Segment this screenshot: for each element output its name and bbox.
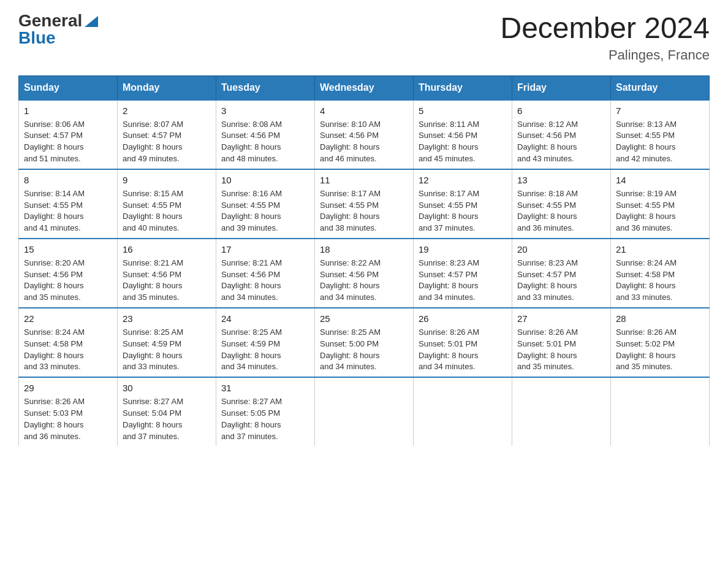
day-cell-27: 27Sunrise: 8:26 AM Sunset: 5:01 PM Dayli…	[512, 308, 611, 377]
day-number: 14	[616, 174, 704, 187]
day-number: 21	[616, 243, 704, 256]
day-info: Sunrise: 8:23 AM Sunset: 4:57 PM Dayligh…	[419, 258, 479, 302]
day-number: 11	[320, 174, 408, 187]
day-cell-15: 15Sunrise: 8:20 AM Sunset: 4:56 PM Dayli…	[19, 239, 118, 308]
day-cell-16: 16Sunrise: 8:21 AM Sunset: 4:56 PM Dayli…	[118, 239, 216, 308]
day-header-sunday: Sunday	[19, 75, 118, 100]
day-cell-19: 19Sunrise: 8:23 AM Sunset: 4:57 PM Dayli…	[414, 239, 512, 308]
day-info: Sunrise: 8:20 AM Sunset: 4:56 PM Dayligh…	[24, 258, 85, 302]
day-info: Sunrise: 8:25 AM Sunset: 4:59 PM Dayligh…	[221, 327, 282, 372]
day-number: 1	[24, 104, 112, 118]
day-info: Sunrise: 8:27 AM Sunset: 5:04 PM Dayligh…	[123, 397, 183, 441]
day-number: 22	[24, 312, 112, 326]
day-header-friday: Friday	[512, 75, 611, 100]
day-info: Sunrise: 8:08 AM Sunset: 4:56 PM Dayligh…	[221, 120, 282, 164]
day-info: Sunrise: 8:26 AM Sunset: 5:03 PM Dayligh…	[24, 397, 85, 441]
day-number: 29	[24, 381, 112, 395]
day-number: 25	[320, 312, 408, 326]
day-cell-3: 3Sunrise: 8:08 AM Sunset: 4:56 PM Daylig…	[216, 100, 315, 169]
day-info: Sunrise: 8:14 AM Sunset: 4:55 PM Dayligh…	[24, 189, 85, 233]
day-number: 15	[24, 243, 112, 256]
day-cell-2: 2Sunrise: 8:07 AM Sunset: 4:57 PM Daylig…	[118, 100, 216, 169]
empty-cell	[611, 377, 710, 446]
day-number: 2	[123, 104, 211, 118]
day-cell-6: 6Sunrise: 8:12 AM Sunset: 4:56 PM Daylig…	[512, 100, 611, 169]
day-number: 28	[616, 312, 704, 326]
day-header-saturday: Saturday	[611, 75, 710, 100]
day-number: 10	[221, 174, 309, 187]
day-info: Sunrise: 8:22 AM Sunset: 4:56 PM Dayligh…	[320, 258, 381, 302]
svg-marker-0	[85, 16, 98, 27]
day-info: Sunrise: 8:25 AM Sunset: 4:59 PM Dayligh…	[123, 327, 183, 372]
day-info: Sunrise: 8:11 AM Sunset: 4:56 PM Dayligh…	[419, 120, 479, 164]
day-header-monday: Monday	[118, 75, 216, 100]
day-cell-17: 17Sunrise: 8:21 AM Sunset: 4:56 PM Dayli…	[216, 239, 315, 308]
day-cell-11: 11Sunrise: 8:17 AM Sunset: 4:55 PM Dayli…	[315, 169, 414, 239]
day-cell-10: 10Sunrise: 8:16 AM Sunset: 4:55 PM Dayli…	[216, 169, 315, 239]
day-info: Sunrise: 8:10 AM Sunset: 4:56 PM Dayligh…	[320, 120, 381, 164]
day-info: Sunrise: 8:21 AM Sunset: 4:56 PM Dayligh…	[221, 258, 282, 302]
day-cell-7: 7Sunrise: 8:13 AM Sunset: 4:55 PM Daylig…	[611, 100, 710, 169]
page-header: General Blue December 2024 Palinges, Fra…	[18, 12, 710, 63]
empty-cell	[315, 377, 414, 446]
calendar-table: SundayMondayTuesdayWednesdayThursdayFrid…	[18, 75, 710, 446]
day-info: Sunrise: 8:07 AM Sunset: 4:57 PM Dayligh…	[123, 120, 183, 164]
day-number: 30	[123, 381, 211, 395]
day-cell-13: 13Sunrise: 8:18 AM Sunset: 4:55 PM Dayli…	[512, 169, 611, 239]
day-number: 17	[221, 243, 309, 256]
week-row-4: 22Sunrise: 8:24 AM Sunset: 4:58 PM Dayli…	[19, 308, 710, 377]
day-number: 23	[123, 312, 211, 326]
day-number: 19	[419, 243, 507, 256]
week-row-5: 29Sunrise: 8:26 AM Sunset: 5:03 PM Dayli…	[19, 377, 710, 446]
day-info: Sunrise: 8:21 AM Sunset: 4:56 PM Dayligh…	[123, 258, 183, 302]
day-info: Sunrise: 8:24 AM Sunset: 4:58 PM Dayligh…	[24, 327, 85, 372]
day-info: Sunrise: 8:26 AM Sunset: 5:01 PM Dayligh…	[517, 327, 578, 372]
day-cell-29: 29Sunrise: 8:26 AM Sunset: 5:03 PM Dayli…	[19, 377, 118, 446]
empty-cell	[414, 377, 512, 446]
day-cell-21: 21Sunrise: 8:24 AM Sunset: 4:58 PM Dayli…	[611, 239, 710, 308]
day-info: Sunrise: 8:06 AM Sunset: 4:57 PM Dayligh…	[24, 120, 85, 164]
title-section: December 2024 Palinges, France	[500, 12, 710, 63]
day-cell-8: 8Sunrise: 8:14 AM Sunset: 4:55 PM Daylig…	[19, 169, 118, 239]
day-cell-25: 25Sunrise: 8:25 AM Sunset: 5:00 PM Dayli…	[315, 308, 414, 377]
day-info: Sunrise: 8:24 AM Sunset: 4:58 PM Dayligh…	[616, 258, 677, 302]
logo-general: General	[18, 12, 82, 29]
day-number: 9	[123, 174, 211, 187]
day-header-wednesday: Wednesday	[315, 75, 414, 100]
day-info: Sunrise: 8:17 AM Sunset: 4:55 PM Dayligh…	[419, 189, 479, 233]
logo: General Blue	[18, 12, 98, 47]
calendar-header: SundayMondayTuesdayWednesdayThursdayFrid…	[19, 75, 710, 100]
day-number: 4	[320, 104, 408, 118]
day-cell-22: 22Sunrise: 8:24 AM Sunset: 4:58 PM Dayli…	[19, 308, 118, 377]
day-cell-4: 4Sunrise: 8:10 AM Sunset: 4:56 PM Daylig…	[315, 100, 414, 169]
day-number: 6	[517, 104, 605, 118]
day-cell-12: 12Sunrise: 8:17 AM Sunset: 4:55 PM Dayli…	[414, 169, 512, 239]
day-cell-5: 5Sunrise: 8:11 AM Sunset: 4:56 PM Daylig…	[414, 100, 512, 169]
day-header-tuesday: Tuesday	[216, 75, 315, 100]
day-info: Sunrise: 8:19 AM Sunset: 4:55 PM Dayligh…	[616, 189, 677, 233]
month-title: December 2024	[500, 12, 710, 45]
day-number: 24	[221, 312, 309, 326]
day-header-thursday: Thursday	[414, 75, 512, 100]
day-number: 12	[419, 174, 507, 187]
day-cell-20: 20Sunrise: 8:23 AM Sunset: 4:57 PM Dayli…	[512, 239, 611, 308]
day-info: Sunrise: 8:18 AM Sunset: 4:55 PM Dayligh…	[517, 189, 578, 233]
empty-cell	[512, 377, 611, 446]
week-row-2: 8Sunrise: 8:14 AM Sunset: 4:55 PM Daylig…	[19, 169, 710, 239]
day-info: Sunrise: 8:12 AM Sunset: 4:56 PM Dayligh…	[517, 120, 578, 164]
day-number: 31	[221, 381, 309, 395]
day-cell-31: 31Sunrise: 8:27 AM Sunset: 5:05 PM Dayli…	[216, 377, 315, 446]
day-cell-9: 9Sunrise: 8:15 AM Sunset: 4:55 PM Daylig…	[118, 169, 216, 239]
day-number: 8	[24, 174, 112, 187]
day-info: Sunrise: 8:26 AM Sunset: 5:02 PM Dayligh…	[616, 327, 677, 372]
day-info: Sunrise: 8:15 AM Sunset: 4:55 PM Dayligh…	[123, 189, 183, 233]
day-cell-26: 26Sunrise: 8:26 AM Sunset: 5:01 PM Dayli…	[414, 308, 512, 377]
day-cell-1: 1Sunrise: 8:06 AM Sunset: 4:57 PM Daylig…	[19, 100, 118, 169]
day-number: 7	[616, 104, 704, 118]
day-number: 27	[517, 312, 605, 326]
day-cell-28: 28Sunrise: 8:26 AM Sunset: 5:02 PM Dayli…	[611, 308, 710, 377]
day-number: 18	[320, 243, 408, 256]
day-info: Sunrise: 8:26 AM Sunset: 5:01 PM Dayligh…	[419, 327, 479, 372]
day-info: Sunrise: 8:23 AM Sunset: 4:57 PM Dayligh…	[517, 258, 578, 302]
day-number: 13	[517, 174, 605, 187]
